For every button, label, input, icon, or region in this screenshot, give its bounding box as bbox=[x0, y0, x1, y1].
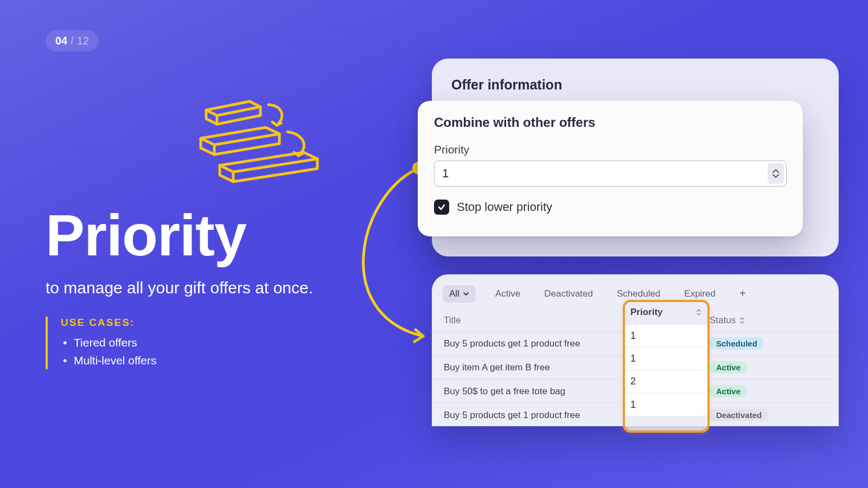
stop-lower-label: Stop lower priority bbox=[457, 200, 552, 214]
page-total: 12 bbox=[77, 35, 89, 47]
col-priority-header[interactable]: Priority bbox=[623, 300, 710, 325]
use-case-item: Tiered offers bbox=[61, 334, 157, 352]
use-cases: USE CASES: Tiered offers Multi-level off… bbox=[46, 317, 157, 369]
tab-all[interactable]: All bbox=[443, 285, 476, 303]
offer-information-title: Offer information bbox=[451, 77, 819, 93]
priority-cell[interactable]: 1 bbox=[623, 348, 710, 370]
row-title: Buy 5 products get 1 product free bbox=[444, 338, 623, 349]
col-status-label: Status bbox=[710, 315, 736, 326]
use-cases-heading: USE CASES: bbox=[61, 317, 157, 329]
row-title: Buy 5 products get 1 product free bbox=[444, 410, 623, 421]
page-subtitle: to manage all your gift offers at once. bbox=[46, 279, 313, 297]
priority-label: Priority bbox=[434, 143, 787, 156]
tab-active[interactable]: Active bbox=[491, 285, 525, 303]
combine-offers-card: Combine with other offers Priority 1 Sto… bbox=[418, 101, 803, 236]
chevron-down-icon bbox=[772, 174, 780, 179]
priority-stepper[interactable] bbox=[768, 163, 784, 184]
row-title: Buy item A get item B free bbox=[444, 362, 623, 373]
page-separator: / bbox=[71, 35, 74, 47]
use-case-item: Multi-level offers bbox=[61, 352, 157, 370]
page-current: 04 bbox=[55, 35, 67, 47]
priority-input[interactable]: 1 bbox=[434, 160, 787, 187]
priority-illustration bbox=[195, 95, 336, 187]
tab-deactivated[interactable]: Deactivated bbox=[540, 285, 597, 303]
hero-title-block: Priority to manage all your gift offers … bbox=[46, 206, 313, 297]
priority-cell[interactable]: 1 bbox=[623, 393, 710, 416]
page-title: Priority bbox=[46, 206, 313, 265]
combine-section-title: Combine with other offers bbox=[434, 115, 787, 130]
tab-add-button[interactable]: + bbox=[735, 284, 750, 303]
row-title: Buy 50$ to get a free tote bag bbox=[444, 386, 623, 397]
col-title[interactable]: Title bbox=[444, 315, 623, 326]
status-badge: Scheduled bbox=[710, 337, 764, 350]
priority-input-value: 1 bbox=[442, 166, 449, 181]
status-badge: Active bbox=[710, 361, 747, 374]
slide-pagination: 04 / 12 bbox=[46, 30, 99, 52]
status-badge: Active bbox=[710, 385, 747, 397]
priority-cell[interactable]: 2 bbox=[623, 370, 710, 393]
status-badge: Deactivated bbox=[710, 409, 768, 421]
chevron-down-icon bbox=[463, 291, 469, 297]
check-icon bbox=[437, 203, 446, 211]
sort-icon bbox=[695, 309, 702, 316]
tab-all-label: All bbox=[449, 288, 459, 299]
col-priority-label: Priority bbox=[630, 307, 663, 318]
priority-cell[interactable]: 1 bbox=[623, 325, 710, 348]
col-status[interactable]: Status bbox=[710, 315, 807, 326]
stop-lower-checkbox[interactable] bbox=[434, 200, 449, 215]
chevron-up-icon bbox=[772, 168, 780, 174]
sort-icon bbox=[739, 317, 745, 324]
priority-column-overlay: Priority 1 1 2 1 bbox=[623, 300, 710, 416]
